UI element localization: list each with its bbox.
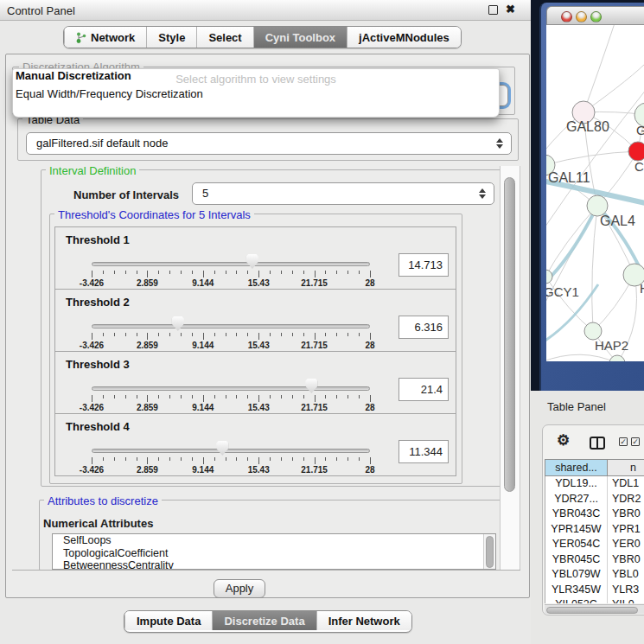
threshold-value-field[interactable]: 14.713 [399, 253, 449, 277]
table-cell[interactable]: YBL079W [545, 567, 608, 583]
list-scrollbar-thumb[interactable] [486, 536, 494, 568]
table-h-scrollbar-thumb[interactable] [546, 607, 638, 614]
column-header-shared[interactable]: shared... [545, 459, 608, 476]
checkbox-icon[interactable]: ✓ [631, 437, 640, 446]
table-data-combobox[interactable]: galFiltered.sif default node [26, 132, 512, 155]
tick-mark [214, 395, 215, 399]
top-tab[interactable]: jActiveMNodules [347, 27, 461, 48]
intervals-count-label: Number of Intervals [73, 188, 179, 201]
table-cell[interactable]: YLR345W [545, 583, 608, 598]
list-scrollbar[interactable] [483, 534, 495, 569]
table-cell[interactable]: YIL0 [608, 597, 634, 603]
table-h-scrollbar[interactable] [545, 604, 644, 614]
tick-mark [181, 333, 182, 336]
table-cell[interactable]: YPR1 [608, 522, 641, 538]
attribute-list-item[interactable]: SelfLoops [53, 534, 495, 547]
checkbox-icon[interactable]: ✓ [619, 437, 628, 446]
bottom-tab[interactable]: Impute Data [124, 611, 212, 630]
zoom-light-icon[interactable] [590, 11, 602, 22]
tick-mark [214, 271, 215, 274]
threshold-value-field[interactable]: 6.316 [399, 316, 449, 339]
table-cell[interactable]: YBR0 [608, 507, 641, 522]
threshold-slider[interactable]: -3.4262.8599.14415.4321.71528 [92, 227, 370, 290]
table-cell[interactable]: YPR145W [545, 522, 608, 538]
table-cell[interactable]: YDL1 [608, 476, 639, 492]
node-C[interactable] [628, 142, 644, 161]
slider-track[interactable] [92, 386, 370, 391]
tick-mark [125, 395, 126, 399]
table-cell[interactable]: YDR2 [608, 492, 641, 507]
slider-track[interactable] [92, 262, 370, 266]
minimize-light-icon[interactable] [576, 11, 587, 22]
tick-label: -3.426 [80, 465, 104, 475]
tick-mark [169, 333, 170, 336]
table-cell[interactable]: YER0 [608, 537, 641, 552]
bottom-tab-label: Infer Network [328, 615, 400, 628]
apply-button[interactable]: Apply [214, 579, 265, 598]
table-row[interactable]: YDL19... YDL1 [545, 476, 644, 492]
table-cell[interactable]: YBR043C [545, 507, 608, 522]
table-row[interactable]: YIL052C YIL0 [545, 597, 644, 603]
node-GCY1[interactable] [546, 270, 552, 284]
table-cell[interactable]: YLR3 [608, 583, 639, 598]
table-row[interactable]: YBL079W YBL0 [545, 567, 644, 583]
intervals-count-combobox[interactable]: 5 [192, 182, 494, 205]
split-table-icon[interactable] [590, 437, 605, 450]
numerical-attributes-label: Numerical Attributes [43, 517, 153, 530]
tick-mark [270, 333, 271, 336]
threshold-slider[interactable]: -3.4262.8599.14415.4321.71528 [92, 352, 370, 415]
table-row[interactable]: YLR345W YLR3 [545, 583, 644, 598]
algorithm-option[interactable]: Equal Width/Frequency Discretization [16, 87, 203, 100]
gear-icon[interactable]: ⚙ [557, 433, 570, 448]
slider-thumb[interactable] [172, 316, 184, 331]
table-cell[interactable]: YDL19... [545, 476, 608, 492]
panel-scrollbar-thumb[interactable] [504, 177, 515, 492]
attribute-list-item[interactable]: BetweennessCentrality [53, 559, 495, 570]
node-label: HAP2 [595, 338, 628, 353]
slider-tick-labels: -3.4262.8599.14415.4321.71528 [92, 341, 370, 351]
tick-mark [236, 271, 237, 274]
slider-thumb[interactable] [246, 254, 258, 269]
close-light-icon[interactable] [561, 11, 572, 22]
table-row[interactable]: YBR043C YBR0 [545, 507, 644, 522]
slider-thumb[interactable] [216, 441, 228, 456]
column-header-name[interactable]: n [607, 459, 644, 476]
top-tab[interactable]: Style [146, 27, 196, 48]
close-icon[interactable]: ✖ [506, 3, 515, 16]
attribute-list-item[interactable]: TopologicalCoefficient [53, 547, 495, 560]
tick-mark [203, 457, 204, 464]
slider-track[interactable] [92, 324, 370, 328]
top-tab-label: Network [91, 31, 135, 44]
slider-track[interactable] [92, 449, 370, 453]
table-row[interactable]: YPR145W YPR1 [545, 522, 644, 538]
table-cell[interactable]: YIL052C [545, 597, 608, 603]
threshold-slider[interactable]: -3.4262.8599.14415.4321.71528 [92, 290, 370, 353]
top-tab[interactable]: Cyni Toolbox [253, 27, 347, 48]
node-HAP2[interactable] [584, 322, 602, 340]
tick-label: -3.426 [80, 403, 104, 412]
table-row[interactable]: YDR27... YDR2 [545, 492, 644, 507]
slider-ticks [92, 457, 370, 465]
float-icon[interactable] [488, 5, 498, 15]
top-tab[interactable]: Select [196, 27, 252, 48]
panel-scrollbar[interactable] [500, 166, 520, 570]
threshold-value-field[interactable]: 11.344 [399, 440, 449, 463]
threshold-value-field[interactable]: 21.4 [399, 378, 449, 401]
algorithm-option[interactable]: Manual Discretization [16, 69, 131, 82]
tick-label: 21.715 [301, 341, 328, 350]
top-tab[interactable]: Network [64, 27, 146, 48]
slider-thumb[interactable] [305, 379, 317, 393]
table-row[interactable]: YER054C YER0 [545, 537, 644, 552]
bottom-tab[interactable]: Discretize Data [212, 611, 316, 630]
table-cell[interactable]: YDR27... [545, 492, 608, 507]
tick-mark [348, 271, 348, 274]
tick-mark [214, 457, 215, 461]
bottom-tab[interactable]: Infer Network [316, 611, 411, 630]
table-cell[interactable]: YER054C [545, 537, 608, 552]
table-cell[interactable]: YBR045C [545, 552, 608, 568]
table-cell[interactable]: YBL0 [608, 567, 639, 583]
tick-label: 21.715 [301, 278, 328, 288]
threshold-slider[interactable]: -3.4262.8599.14415.4321.71528 [92, 414, 370, 477]
table-cell[interactable]: YBR0 [608, 552, 641, 568]
table-row[interactable]: YBR045C YBR0 [545, 552, 644, 568]
